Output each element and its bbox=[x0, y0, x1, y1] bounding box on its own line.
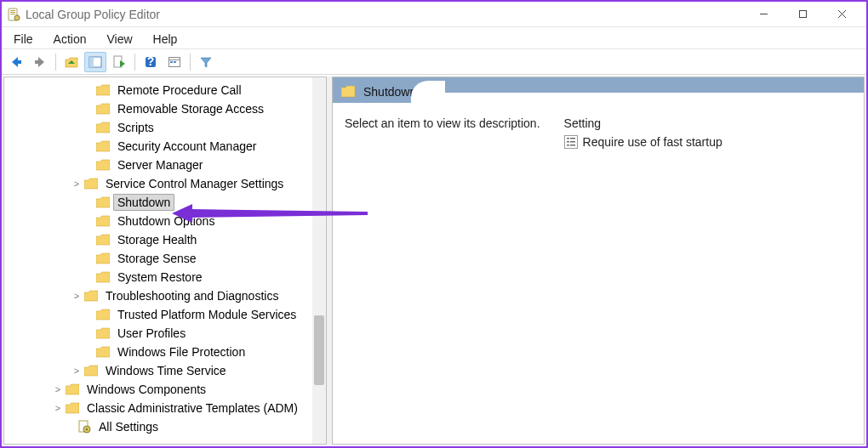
tree-item-label: Scripts bbox=[113, 119, 158, 136]
tree-item[interactable]: All Settings bbox=[4, 417, 326, 436]
tree-item[interactable]: Shutdown bbox=[4, 193, 326, 212]
close-button[interactable] bbox=[822, 2, 861, 27]
menu-view[interactable]: View bbox=[98, 30, 140, 48]
tree-item-label: Windows File Protection bbox=[113, 343, 249, 360]
help-button[interactable]: ? bbox=[140, 52, 162, 72]
tree-item[interactable]: Storage Health bbox=[4, 230, 326, 249]
svg-rect-17 bbox=[174, 61, 176, 63]
window-title: Local Group Policy Editor bbox=[26, 8, 160, 21]
tree-item[interactable]: Removable Storage Access bbox=[4, 99, 326, 118]
tree-item[interactable]: Server Manager bbox=[4, 156, 326, 174]
tree-item[interactable]: Scripts bbox=[4, 118, 326, 137]
description-hint: Select an item to view its description. bbox=[345, 116, 540, 149]
policy-icon bbox=[564, 135, 578, 149]
menu-help[interactable]: Help bbox=[145, 30, 186, 48]
tree-item-label: User Profiles bbox=[113, 325, 190, 342]
filter-button[interactable] bbox=[195, 52, 217, 72]
title-bar: Local Group Policy Editor bbox=[2, 2, 866, 27]
up-button[interactable] bbox=[60, 52, 83, 72]
tree-item-label: Trusted Platform Module Services bbox=[113, 306, 300, 323]
policy-label: Require use of fast startup bbox=[583, 135, 722, 149]
svg-rect-21 bbox=[567, 138, 569, 139]
tree-item[interactable]: >Classic Administrative Templates (ADM) bbox=[4, 399, 326, 417]
tree-item[interactable]: Storage Sense bbox=[4, 249, 326, 268]
svg-point-4 bbox=[14, 15, 20, 20]
tree-item-label: Shutdown Options bbox=[113, 213, 219, 230]
back-button[interactable] bbox=[5, 52, 27, 72]
expand-icon[interactable]: > bbox=[52, 403, 64, 413]
tree-item-label: Remote Procedure Call bbox=[113, 82, 246, 99]
tree-item[interactable]: User Profiles bbox=[4, 324, 326, 343]
svg-rect-23 bbox=[567, 141, 569, 143]
tree-item-label: Service Control Manager Settings bbox=[101, 175, 288, 192]
tree-item[interactable]: Shutdown Options bbox=[4, 212, 326, 230]
tree-item-label: Shutdown bbox=[113, 194, 174, 211]
expand-icon[interactable]: > bbox=[71, 366, 83, 376]
tree-item-label: All Settings bbox=[94, 418, 163, 435]
svg-rect-3 bbox=[10, 14, 15, 14]
menu-action[interactable]: Action bbox=[45, 30, 95, 48]
svg-rect-24 bbox=[570, 141, 575, 143]
svg-rect-22 bbox=[570, 138, 575, 139]
expand-icon[interactable]: > bbox=[71, 179, 83, 189]
tree-pane: Remote Procedure CallRemovable Storage A… bbox=[3, 77, 327, 445]
svg-rect-6 bbox=[799, 11, 806, 18]
tree-item[interactable]: >Service Control Manager Settings bbox=[4, 174, 326, 193]
options-button[interactable] bbox=[163, 52, 186, 72]
tree-scrollbar[interactable] bbox=[312, 77, 326, 444]
column-header-setting[interactable]: Setting bbox=[564, 116, 722, 130]
tree-item[interactable]: >Windows Time Service bbox=[4, 361, 326, 380]
tree-item[interactable]: System Restore bbox=[4, 268, 326, 286]
tree-item-label: Server Manager bbox=[113, 156, 207, 173]
scrollbar-thumb[interactable] bbox=[314, 315, 324, 385]
expand-icon[interactable]: > bbox=[52, 384, 64, 394]
tree-item-label: Security Account Manager bbox=[113, 138, 260, 155]
policy-item[interactable]: Require use of fast startup bbox=[564, 135, 722, 149]
svg-rect-16 bbox=[170, 61, 173, 63]
tree-item[interactable]: Windows File Protection bbox=[4, 343, 326, 361]
svg-rect-25 bbox=[567, 145, 569, 146]
tree-item[interactable]: >Windows Components bbox=[4, 380, 326, 399]
app-icon bbox=[7, 8, 20, 21]
minimize-button[interactable] bbox=[744, 2, 783, 27]
forward-button[interactable] bbox=[29, 52, 51, 72]
maximize-button[interactable] bbox=[783, 2, 822, 27]
menu-bar: File Action View Help bbox=[2, 27, 866, 49]
tree-item-label: Storage Health bbox=[113, 231, 201, 248]
expand-icon[interactable]: > bbox=[71, 291, 83, 301]
svg-rect-26 bbox=[570, 145, 575, 146]
tree-item[interactable]: Security Account Manager bbox=[4, 137, 326, 156]
tree-item-label: Storage Sense bbox=[113, 250, 201, 267]
tree-item-label: Windows Components bbox=[83, 381, 210, 398]
svg-rect-1 bbox=[10, 10, 15, 11]
tree-item-label: System Restore bbox=[113, 269, 207, 286]
svg-point-20 bbox=[86, 428, 89, 431]
tree-item-label: Classic Administrative Templates (ADM) bbox=[83, 400, 302, 417]
toolbar: ? bbox=[2, 49, 866, 75]
menu-file[interactable]: File bbox=[5, 30, 42, 48]
export-list-button[interactable] bbox=[108, 52, 130, 72]
svg-rect-2 bbox=[10, 12, 15, 13]
tree-item[interactable]: >Troubleshooting and Diagnostics bbox=[4, 286, 326, 305]
tree-item-label: Troubleshooting and Diagnostics bbox=[101, 287, 283, 304]
tree-item-label: Windows Time Service bbox=[101, 362, 231, 379]
svg-rect-10 bbox=[89, 57, 94, 67]
details-pane: Shutdown Select an item to view its desc… bbox=[332, 77, 865, 445]
show-hide-tree-button[interactable] bbox=[84, 52, 106, 72]
tree-item-label: Removable Storage Access bbox=[113, 100, 268, 117]
svg-text:?: ? bbox=[147, 55, 155, 68]
tree-item[interactable]: Trusted Platform Module Services bbox=[4, 305, 326, 324]
tree-item[interactable]: Remote Procedure Call bbox=[4, 81, 326, 99]
